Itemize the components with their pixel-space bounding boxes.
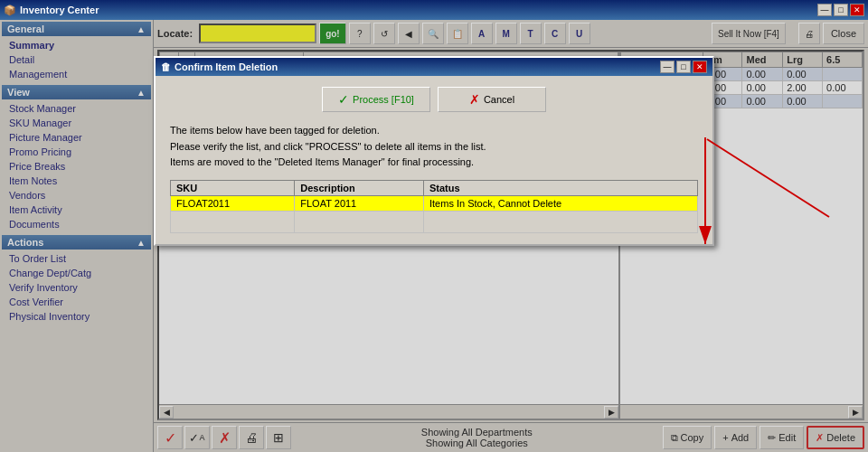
modal-col-status: Status <box>424 180 698 195</box>
process-button[interactable]: ✓ Process [F10] <box>322 87 430 112</box>
modal-row-empty-status <box>424 211 698 232</box>
maximize-button[interactable]: □ <box>834 4 848 16</box>
modal-info-text: The items below have been tagged for del… <box>170 123 698 171</box>
close-window-button[interactable]: ✕ <box>850 4 864 16</box>
modal-icon: 🗑 <box>161 61 171 72</box>
modal-col-description: Description <box>295 180 424 195</box>
confirm-deletion-modal: 🗑 Confirm Item Deletion — □ ✕ ✓ Process … <box>154 56 714 246</box>
process-label: Process [F10] <box>353 94 414 105</box>
title-bar: 📦 Inventory Center — □ ✕ <box>0 0 868 20</box>
modal-row-description: FLOAT 2011 <box>295 195 424 211</box>
modal-row-empty-sku <box>171 211 295 232</box>
cancel-button[interactable]: ✗ Cancel <box>438 87 546 112</box>
modal-maximize-button[interactable]: □ <box>676 61 691 73</box>
modal-table-row[interactable]: FLOAT2011 FLOAT 2011 Items In Stock, Can… <box>171 195 698 211</box>
app-title: Inventory Center <box>20 5 99 15</box>
modal-row-status: Items In Stock, Cannot Delete <box>424 195 698 211</box>
cancel-label: Cancel <box>484 94 514 105</box>
modal-row-empty-desc <box>295 211 424 232</box>
cancel-x-icon: ✗ <box>469 92 480 107</box>
modal-close-button[interactable]: ✕ <box>693 61 707 73</box>
deletion-table: SKU Description Status FLOAT2011 FLOAT 2… <box>170 180 698 233</box>
modal-table-row <box>171 211 698 232</box>
modal-actions: ✓ Process [F10] ✗ Cancel <box>170 87 698 112</box>
modal-title-text: Confirm Item Deletion <box>175 61 278 72</box>
modal-row-sku: FLOAT2011 <box>171 195 295 211</box>
modal-minimize-button[interactable]: — <box>660 61 675 73</box>
modal-title-bar: 🗑 Confirm Item Deletion — □ ✕ <box>156 58 712 76</box>
modal-col-sku: SKU <box>171 180 295 195</box>
app-icon: 📦 <box>4 5 16 16</box>
modal-overlay: 🗑 Confirm Item Deletion — □ ✕ ✓ Process … <box>0 20 868 452</box>
process-check-icon: ✓ <box>338 92 349 107</box>
minimize-button[interactable]: — <box>817 4 832 16</box>
svg-line-2 <box>707 139 829 217</box>
modal-body: ✓ Process [F10] ✗ Cancel The items below… <box>156 76 712 244</box>
